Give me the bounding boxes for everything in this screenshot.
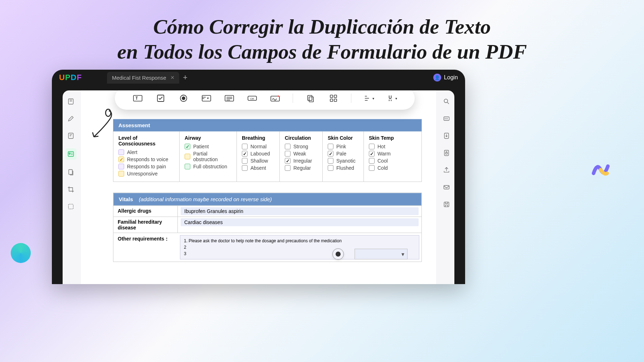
vitals-field[interactable]: Cardiac diseases <box>178 217 421 233</box>
checkbox-label: Irregular <box>293 158 312 164</box>
other-req-label: Other requirements： <box>113 233 178 262</box>
edit-text-icon[interactable] <box>66 131 75 140</box>
checkbox-icon[interactable] <box>185 164 190 169</box>
checkbox-row[interactable]: Cool <box>369 158 416 164</box>
checkbox-row[interactable]: Patient <box>185 144 231 149</box>
checkbox-row[interactable]: Pale <box>328 151 358 157</box>
checkbox-row[interactable]: Full obstruction <box>185 164 231 169</box>
toolbar-separator <box>351 94 351 103</box>
checkbox-row[interactable]: Alert <box>118 149 174 155</box>
checkbox-row[interactable]: Partial obstruction <box>185 151 231 162</box>
checkbox-icon[interactable] <box>369 144 375 149</box>
checkbox-icon[interactable] <box>242 158 248 164</box>
duplicate-icon[interactable] <box>305 94 316 103</box>
radio-sample[interactable] <box>332 248 344 260</box>
list-box-icon[interactable] <box>224 94 235 103</box>
checkbox-label: Strong <box>293 144 308 149</box>
column-header: Breathing <box>242 135 274 141</box>
checkbox-icon[interactable] <box>242 151 248 157</box>
checkbox-row[interactable]: Cold <box>369 165 416 171</box>
checkbox-label: Weak <box>293 151 306 157</box>
checkbox-icon[interactable] <box>118 164 124 169</box>
checkbox-row[interactable]: Pink <box>328 144 358 149</box>
svg-rect-29 <box>444 202 449 207</box>
align-icon[interactable]: ▾ <box>364 94 374 103</box>
checkbox-row[interactable]: Shallow <box>242 158 274 164</box>
checkbox-row[interactable]: Hot <box>369 144 416 149</box>
assessment-column: Skin ColorPinkPaleSyanoticFlushed <box>323 132 364 182</box>
decorative-squiggle-icon <box>590 159 610 179</box>
checkbox-label: Cold <box>377 165 388 171</box>
checkbox-icon[interactable] <box>242 144 248 149</box>
form-mode-icon[interactable] <box>65 148 77 160</box>
text-field-icon[interactable] <box>132 94 143 103</box>
svg-text:OK: OK <box>250 97 254 100</box>
checkbox-icon[interactable] <box>285 165 291 171</box>
share-icon[interactable] <box>442 165 451 175</box>
redact-icon[interactable] <box>66 202 75 211</box>
page-headline: Cómo Corregir la Duplicación de Texto en… <box>0 0 644 75</box>
checkbox-icon[interactable] <box>369 151 375 157</box>
vitals-label: Familial hereditary disease <box>113 217 178 233</box>
checkbox-row[interactable]: Flushed <box>328 165 358 171</box>
highlighter-icon[interactable] <box>66 114 75 123</box>
checkbox-row[interactable]: Absent <box>242 165 274 171</box>
checkbox-icon[interactable] <box>369 158 375 164</box>
save-icon[interactable] <box>442 200 451 209</box>
checkbox-row[interactable]: Weak <box>285 151 317 157</box>
new-tab-button[interactable]: + <box>183 73 187 82</box>
button-field-icon[interactable]: OK <box>247 94 258 103</box>
checkbox-icon[interactable] <box>185 154 190 159</box>
email-icon[interactable] <box>442 183 451 192</box>
checkbox-label: Hot <box>377 144 385 149</box>
svg-rect-3 <box>69 153 70 154</box>
checkbox-row[interactable]: Responds to voice <box>118 157 174 162</box>
checkbox-icon[interactable] <box>328 144 333 149</box>
checkbox-label: Alert <box>127 149 137 155</box>
close-icon[interactable]: × <box>171 74 175 81</box>
pages-icon[interactable] <box>66 168 75 177</box>
checkbox-icon[interactable] <box>369 165 375 171</box>
checkbox-icon[interactable] <box>285 158 291 164</box>
checkbox-icon[interactable] <box>328 151 333 157</box>
checkbox-icon[interactable] <box>328 165 333 171</box>
dropdown-icon[interactable] <box>201 94 212 103</box>
reader-icon[interactable] <box>66 97 75 106</box>
checkbox-row[interactable]: Warm <box>369 151 416 157</box>
protect-icon[interactable] <box>442 148 451 158</box>
login-button[interactable]: 👤 Login <box>433 74 458 81</box>
checkbox-row[interactable]: Syanotic <box>328 158 358 164</box>
grid-icon[interactable] <box>328 94 339 103</box>
convert-icon[interactable] <box>442 131 451 140</box>
form-tools-icon[interactable]: ▾ <box>386 94 397 103</box>
checkbox-row[interactable]: Normal <box>242 144 274 149</box>
checkbox-icon[interactable] <box>328 158 333 164</box>
checkbox-icon[interactable] <box>118 171 124 177</box>
checkbox-icon[interactable] <box>185 144 190 149</box>
checkbox-row[interactable]: Responds to pain <box>118 164 174 169</box>
dropdown-sample[interactable] <box>355 249 408 259</box>
crop-icon[interactable] <box>66 185 75 194</box>
checkbox-icon[interactable] <box>118 149 124 155</box>
ocr-icon[interactable] <box>442 114 451 123</box>
checkbox-icon[interactable] <box>285 144 291 149</box>
checkbox-row[interactable]: Strong <box>285 144 317 149</box>
checkbox-icon[interactable] <box>242 165 248 171</box>
checkbox-icon[interactable] <box>285 151 291 157</box>
vitals-field[interactable]: Ibuprofen Granules aspirin <box>178 206 421 217</box>
document-tab[interactable]: Medical Fist Response × <box>107 72 179 84</box>
checkbox-label: Flushed <box>336 165 354 171</box>
signature-field-icon[interactable] <box>270 94 280 103</box>
checkbox-row[interactable]: Irregular <box>285 158 317 164</box>
checkbox-row[interactable]: Regular <box>285 165 317 171</box>
column-header: Skin Color <box>328 135 358 141</box>
checkbox-row[interactable]: Unresponsive <box>118 171 174 177</box>
radio-button-icon[interactable] <box>178 94 189 103</box>
checkbox-icon[interactable] <box>155 94 166 103</box>
tab-title: Medical Fist Response <box>112 75 166 81</box>
checkbox-row[interactable]: Laboued <box>242 151 274 157</box>
search-icon[interactable] <box>442 97 451 106</box>
toolbar-separator <box>293 94 293 103</box>
checkbox-icon[interactable] <box>118 157 124 162</box>
assessment-column: Skin TempHotWarmCoolCold <box>364 132 421 182</box>
